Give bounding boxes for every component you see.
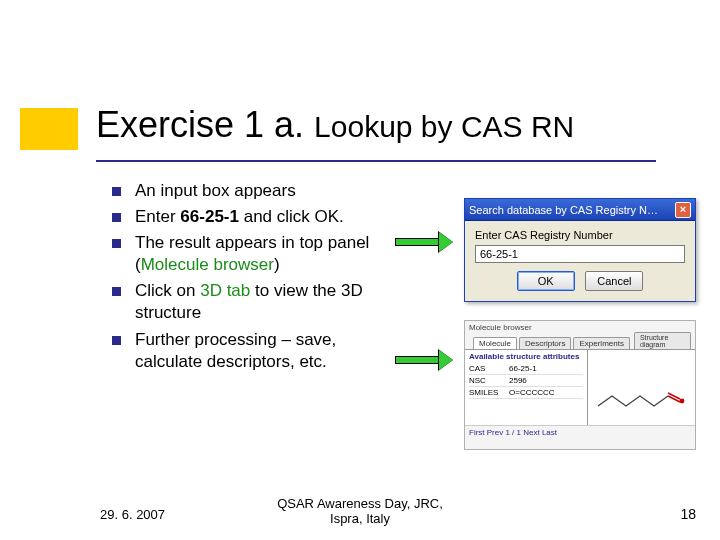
ok-button[interactable]: OK — [517, 271, 575, 291]
tab-experiments[interactable]: Experiments — [573, 337, 629, 349]
footer-center: QSAR Awareness Day, JRC,Ispra, Italy — [0, 496, 720, 526]
dialog-title: Search database by CAS Registry N… — [469, 204, 675, 216]
tab-structure-diagram[interactable]: Structure diagram — [634, 332, 691, 349]
tab-descriptors[interactable]: Descriptors — [519, 337, 571, 349]
cancel-button[interactable]: Cancel — [585, 271, 643, 291]
footer-page: 18 — [680, 506, 696, 522]
bullet-icon — [112, 287, 121, 296]
close-icon[interactable]: × — [675, 202, 691, 218]
table-row: CAS66-25-1 — [469, 363, 583, 375]
cas-input[interactable] — [475, 245, 685, 263]
bullet-icon — [112, 213, 121, 222]
title-sub: Lookup by CAS RN — [314, 110, 574, 143]
molecule-browser-panel: Molecule browser Molecule Descriptors Ex… — [464, 320, 696, 450]
bullet-icon — [112, 336, 121, 345]
tab-molecule[interactable]: Molecule — [473, 337, 517, 349]
title-main: Exercise 1 a. — [96, 104, 304, 145]
list-item: The result appears in top panel (Molecul… — [112, 232, 382, 276]
svg-line-0 — [668, 396, 680, 402]
arrow-icon — [395, 350, 453, 370]
pager[interactable]: First Prev 1 / 1 Next Last — [465, 425, 695, 439]
list-item: Click on 3D tab to view the 3D structure — [112, 280, 382, 324]
table-row: SMILESO=CCCCCC — [469, 387, 583, 399]
cas-search-dialog: Search database by CAS Registry N… × Ent… — [464, 198, 696, 302]
bullet-icon — [112, 187, 121, 196]
attributes-header: Available structure attributes — [469, 352, 583, 361]
structure-diagram — [587, 349, 695, 425]
list-item: Enter 66-25-1 and click OK. — [112, 206, 382, 228]
molecule-icon — [594, 370, 688, 420]
dialog-label: Enter CAS Registry Number — [475, 229, 685, 241]
slide-title: Exercise 1 a. Lookup by CAS RN — [96, 104, 574, 146]
list-item: An input box appears — [112, 180, 382, 202]
list-item: Further processing – save, calculate des… — [112, 329, 382, 373]
svg-line-1 — [668, 393, 680, 399]
panel-header: Molecule browser — [465, 321, 695, 332]
arrow-icon — [395, 232, 453, 252]
svg-point-2 — [680, 399, 685, 404]
bullet-list: An input box appears Enter 66-25-1 and c… — [112, 180, 382, 377]
title-rule — [96, 160, 656, 162]
bullet-text: Click on 3D tab to view the 3D structure — [135, 280, 382, 324]
bullet-text: Enter 66-25-1 and click OK. — [135, 206, 382, 228]
table-row: NSC2596 — [469, 375, 583, 387]
accent-box — [20, 108, 78, 150]
attributes-table: Available structure attributes CAS66-25-… — [465, 349, 587, 425]
bullet-text: An input box appears — [135, 180, 382, 202]
bullet-text: Further processing – save, calculate des… — [135, 329, 382, 373]
bullet-text: The result appears in top panel (Molecul… — [135, 232, 382, 276]
bullet-icon — [112, 239, 121, 248]
dialog-titlebar[interactable]: Search database by CAS Registry N… × — [465, 199, 695, 221]
